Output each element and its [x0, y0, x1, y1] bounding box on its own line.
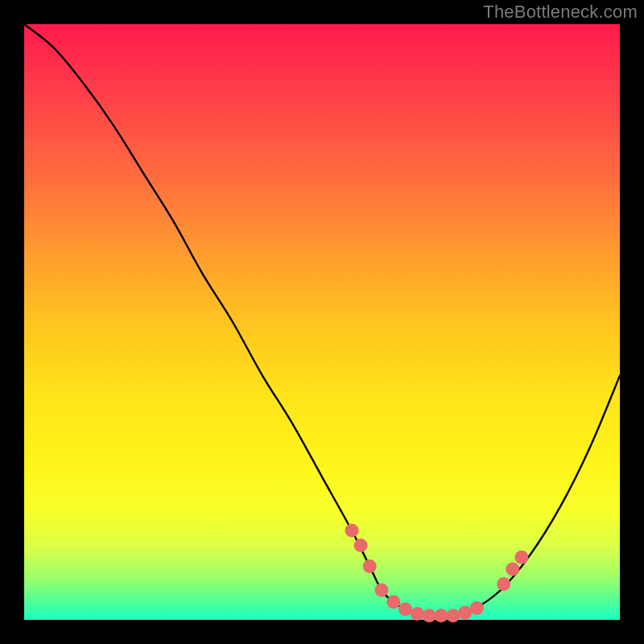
highlight-marker	[497, 577, 510, 591]
highlight-marker	[386, 595, 400, 609]
highlight-marker	[411, 607, 424, 621]
highlight-marker	[354, 539, 368, 552]
highlight-marker	[514, 551, 528, 564]
curve-svg	[24, 24, 620, 620]
highlight-marker	[435, 609, 448, 622]
highlight-marker	[446, 609, 460, 622]
highlight-marker	[458, 606, 472, 620]
plot-area	[24, 24, 620, 620]
watermark-text: TheBottleneck.com	[483, 2, 638, 23]
highlight-marker	[375, 584, 389, 597]
highlight-marker	[345, 524, 359, 538]
highlight-marker	[470, 601, 484, 615]
highlight-marker	[423, 609, 436, 622]
highlight-marker	[398, 602, 412, 616]
chart-frame: TheBottleneck.com	[0, 0, 644, 644]
highlight-marker	[363, 559, 377, 573]
highlight-marker	[506, 563, 519, 576]
bottleneck-curve	[24, 24, 620, 616]
